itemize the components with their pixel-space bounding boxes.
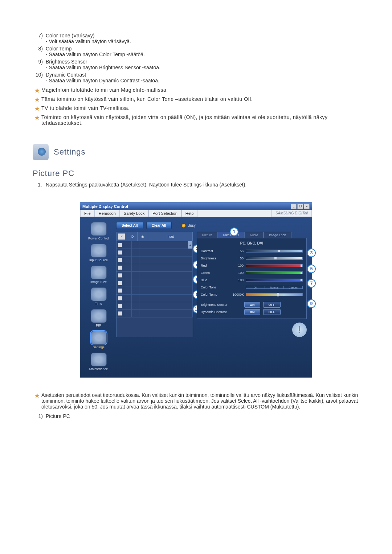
row-checkbox[interactable]	[118, 288, 122, 293]
star-icon: ★	[33, 105, 41, 112]
star-text: Asetusten perustiedot ovat tietoruudukos…	[41, 392, 359, 410]
menu-port-selection[interactable]: Port Selection	[148, 210, 181, 217]
table-row[interactable]	[117, 310, 193, 317]
clear-all-button[interactable]: Clear All	[146, 222, 172, 229]
row-checkbox[interactable]	[118, 273, 122, 278]
green-slider[interactable]	[246, 271, 303, 274]
list-desc: - Voit säätää valitun näytön värisävyä.	[46, 38, 359, 44]
row-checkbox[interactable]	[118, 258, 122, 262]
row-checkbox[interactable]	[118, 243, 122, 247]
menu-help[interactable]: Help	[181, 210, 198, 217]
brightness-slider[interactable]	[246, 257, 303, 260]
list-number: 1)	[33, 413, 46, 419]
header-checkbox[interactable]	[118, 233, 125, 240]
contrast-value: 56	[233, 249, 246, 253]
power-icon	[91, 222, 107, 236]
dynamic-contrast-off-button[interactable]: OFF	[263, 309, 281, 315]
col-status-icon: ◉	[138, 232, 148, 241]
menu-remocon[interactable]: Remocon	[95, 210, 120, 217]
select-all-button[interactable]: Select All	[116, 222, 143, 229]
star-text: Tämä toiminto on käytössä vain silloin, …	[41, 96, 359, 103]
callout-7: 7	[307, 279, 316, 288]
image-size-icon	[91, 266, 107, 279]
green-label: Green	[201, 271, 233, 275]
busy-dot-icon	[182, 224, 185, 227]
settings-title: Settings	[54, 147, 86, 157]
list-title: Brightness Sensor	[46, 59, 359, 65]
sidebar-item-maintenance[interactable]: Maintenance	[83, 351, 114, 371]
red-value: 100	[233, 264, 246, 267]
row-checkbox[interactable]	[118, 281, 122, 285]
tab-audio[interactable]: Audio	[244, 232, 264, 238]
dynamic-contrast-on-button[interactable]: ON	[244, 309, 260, 315]
busy-indicator: Busy	[182, 223, 196, 227]
window-title: Multiple Display Control	[82, 204, 128, 209]
sidebar-item-input-source[interactable]: Input Source	[83, 242, 114, 262]
row-checkbox[interactable]	[118, 266, 122, 270]
table-row[interactable]	[117, 302, 193, 310]
list-item: 10) Dynamic Contrast - Säätää valitun nä…	[33, 72, 359, 83]
row-checkbox[interactable]	[118, 296, 122, 300]
time-icon	[91, 287, 107, 301]
color-tone-label: Color Tone	[201, 286, 233, 289]
brightness-label: Brightness	[201, 257, 233, 260]
list-desc: - Säätää valitun näytön Color Temp -säät…	[46, 52, 359, 57]
minimize-button[interactable]: _	[291, 204, 297, 209]
numbered-list-bottom: 1) Picture PC	[33, 413, 359, 419]
table-row[interactable]	[117, 257, 193, 264]
instruction-list: 1. Napsauta Settings-pääkuvaketta (Asetu…	[38, 182, 359, 188]
scroll-up-icon[interactable]: ▲	[188, 241, 193, 249]
picture-pc-heading: Picture PC	[33, 169, 359, 178]
color-temp-slider[interactable]	[246, 293, 303, 296]
color-temp-value: 10000K	[233, 293, 246, 296]
settings-icon	[33, 144, 49, 160]
close-button[interactable]: ×	[304, 204, 310, 209]
table-row[interactable]	[117, 287, 193, 295]
sidebar-item-settings[interactable]: Settings	[83, 329, 114, 349]
list-item: 9) Brightness Sensor - Säätää valitun nä…	[33, 59, 359, 70]
red-label: Red	[201, 264, 233, 267]
numbered-list-top: 7) Color Tone (Värisävy) - Voit säätää v…	[33, 33, 359, 83]
sidebar-item-time[interactable]: Time	[83, 286, 114, 305]
contrast-slider[interactable]	[246, 250, 303, 253]
menu-safety-lock[interactable]: Safety Lock	[120, 210, 148, 217]
red-slider[interactable]	[246, 264, 303, 267]
maximize-button[interactable]: ☐	[297, 204, 303, 209]
input-source-icon	[91, 244, 107, 258]
brightness-sensor-on-button[interactable]: ON	[244, 302, 260, 308]
table-row[interactable]	[117, 279, 193, 287]
app-screenshot: Multiple Display Control _ ☐ × File Remo…	[80, 202, 312, 378]
color-tone-slider[interactable]: OffNormalCustom	[246, 286, 303, 289]
brightness-sensor-off-button[interactable]: OFF	[263, 302, 281, 308]
pip-icon	[91, 309, 107, 323]
table-row[interactable]	[117, 295, 193, 302]
dynamic-contrast-label: Dynamic Contrast	[201, 310, 244, 314]
topbar: Select All Clear All Busy	[114, 221, 309, 230]
callout-9: 9	[307, 299, 316, 308]
menu-file[interactable]: File	[80, 210, 95, 217]
sidebar-item-image-size[interactable]: Image Size	[83, 264, 114, 284]
list-title: Color Temp	[46, 46, 359, 52]
table-row[interactable]	[117, 264, 193, 272]
list-desc: - Säätää valitun näytön Dynamic Contrast…	[46, 78, 359, 83]
brightness-value: 50	[233, 257, 246, 260]
sidebar-item-power-control[interactable]: Power Control	[83, 221, 114, 240]
tab-picture[interactable]: Picture	[197, 232, 218, 238]
star-notes-top: ★MagicInfoin tulolähde toimii vain Magic…	[33, 87, 359, 126]
row-checkbox[interactable]	[118, 304, 122, 308]
table-row[interactable]: ▲	[117, 241, 193, 249]
instruction-number: 1.	[38, 182, 46, 188]
sidebar-item-pip[interactable]: PIP	[83, 308, 114, 327]
warning-icon: !	[292, 323, 307, 337]
list-title: Dynamic Contrast	[46, 72, 359, 78]
row-checkbox[interactable]	[118, 311, 122, 316]
table-row[interactable]	[117, 272, 193, 279]
star-text: MagicInfoin tulolähde toimii vain MagicI…	[41, 87, 359, 94]
table-row[interactable]	[117, 249, 193, 257]
settings-heading: Settings	[33, 144, 359, 160]
blue-slider[interactable]	[246, 279, 303, 282]
list-title: Picture PC	[46, 413, 359, 419]
tab-image-lock[interactable]: Image Lock	[264, 232, 291, 238]
list-item: 8) Color Temp - Säätää valitun näytön Co…	[33, 46, 359, 57]
row-checkbox[interactable]	[118, 250, 122, 255]
